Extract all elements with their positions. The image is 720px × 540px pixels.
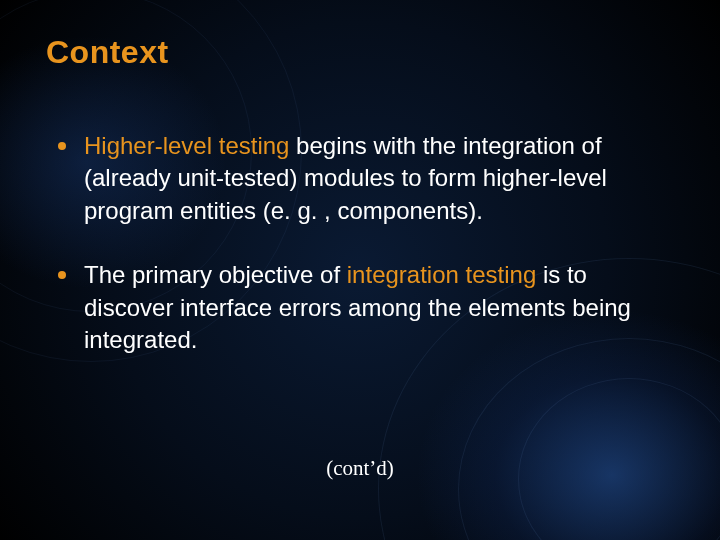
bullet-highlight: integration testing: [347, 261, 536, 288]
bullet-icon: [58, 142, 66, 150]
bullet-text: The primary objective of integration tes…: [84, 259, 670, 356]
bullet-highlight: Higher-level testing: [84, 132, 289, 159]
slide-title: Context: [46, 34, 169, 71]
bullet-item: The primary objective of integration tes…: [58, 259, 670, 356]
bullet-item: Higher-level testing begins with the int…: [58, 130, 670, 227]
slide: Context Higher-level testing begins with…: [0, 0, 720, 540]
slide-body: Higher-level testing begins with the int…: [58, 130, 670, 388]
continued-label: (cont’d): [0, 456, 720, 481]
bullet-icon: [58, 271, 66, 279]
bullet-pre: The primary objective of: [84, 261, 347, 288]
bullet-text: Higher-level testing begins with the int…: [84, 130, 670, 227]
